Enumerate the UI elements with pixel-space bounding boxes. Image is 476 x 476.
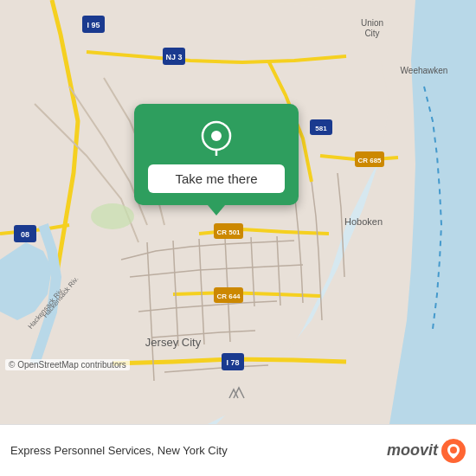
location-name: Express Personnel Services, New York Cit… xyxy=(10,444,228,457)
svg-text:City: City xyxy=(364,29,379,38)
moovit-logo-text: moovit xyxy=(387,441,438,460)
moovit-logo: moovit xyxy=(387,439,466,463)
location-info: Express Personnel Services, New York Cit… xyxy=(10,444,228,457)
svg-text:Union: Union xyxy=(361,18,383,28)
svg-text:CR 685: CR 685 xyxy=(357,157,382,164)
location-pin-icon xyxy=(198,119,235,156)
svg-point-28 xyxy=(91,203,134,229)
bottom-bar: Express Personnel Services, New York Cit… xyxy=(0,424,476,476)
svg-text:Hoboken: Hoboken xyxy=(344,216,383,227)
copyright-text: © OpenStreetMap contributors xyxy=(5,359,130,370)
svg-point-32 xyxy=(450,447,457,453)
popup-card: Take me there xyxy=(134,104,299,205)
svg-text:08: 08 xyxy=(21,230,29,239)
svg-text:CR 501: CR 501 xyxy=(216,228,241,236)
svg-text:Jersey City: Jersey City xyxy=(145,336,202,349)
svg-text:Weehawken: Weehawken xyxy=(401,66,448,75)
take-me-there-button[interactable]: Take me there xyxy=(148,164,285,193)
svg-text:I 95: I 95 xyxy=(87,21,100,29)
moovit-logo-icon xyxy=(441,439,466,463)
svg-point-30 xyxy=(211,131,222,141)
svg-text:CR 644: CR 644 xyxy=(216,293,241,300)
svg-text:I 78: I 78 xyxy=(226,358,239,367)
map-container[interactable]: I 95 NJ 3 581 CR 685 CR 501 CR 644 I 78 … xyxy=(0,0,476,424)
svg-text:NJ 3: NJ 3 xyxy=(165,53,182,61)
svg-text:581: 581 xyxy=(315,125,327,132)
